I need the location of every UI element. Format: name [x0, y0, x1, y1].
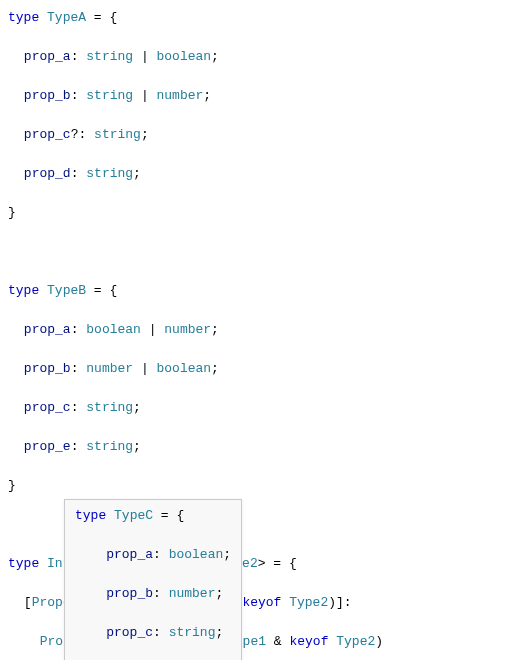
code-line: type TypeB = {	[8, 281, 507, 301]
punct: = {	[86, 10, 117, 25]
keyword-type: type	[8, 10, 39, 25]
code-line: prop_a: string | boolean;	[8, 47, 507, 67]
code-line: prop_a: boolean | number;	[8, 320, 507, 340]
code-line: type TypeA = {	[8, 8, 507, 28]
code-line: prop_e: string;	[8, 437, 507, 457]
code-line: }	[8, 203, 507, 223]
prop-name: prop_b	[24, 88, 71, 103]
code-line: prop_d: string;	[8, 164, 507, 184]
code-line: prop_c: string;	[8, 398, 507, 418]
type-prim: boolean	[157, 49, 212, 64]
code-line: prop_c?: string;	[8, 125, 507, 145]
code-line: prop_b: number | boolean;	[8, 359, 507, 379]
type-name: TypeA	[47, 10, 86, 25]
code-line: prop_b: string | number;	[8, 86, 507, 106]
type-prim: string	[86, 49, 133, 64]
hover-tooltip: type TypeC = { prop_a: boolean; prop_b: …	[64, 499, 242, 660]
prop-name: prop_a	[24, 49, 71, 64]
prop-name: prop_c	[24, 127, 71, 142]
tooltip-code: type TypeC = { prop_a: boolean; prop_b: …	[75, 506, 231, 660]
code-block: type TypeA = { prop_a: string | boolean;…	[8, 8, 507, 660]
code-line: }	[8, 476, 507, 496]
prop-name: prop_d	[24, 166, 71, 181]
blank-line	[8, 242, 507, 262]
